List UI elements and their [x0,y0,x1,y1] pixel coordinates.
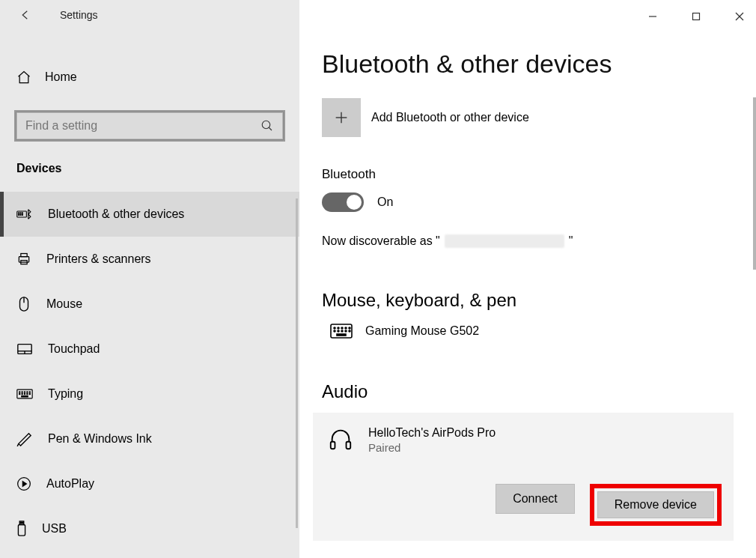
sidebar-item-label: AutoPlay [46,477,94,491]
home-icon [16,70,31,85]
main-scrollbar[interactable] [753,97,756,270]
mouse-icon [16,296,31,312]
sidebar-item-label: Pen & Windows Ink [48,432,152,446]
autoplay-icon [16,476,31,491]
svg-point-18 [22,392,22,392]
titlebar: Settings [0,0,299,30]
svg-point-4 [22,213,22,213]
sidebar-item-autoplay[interactable]: AutoPlay [0,461,299,506]
svg-point-22 [19,393,20,394]
audio-device-status: Paired [368,441,496,454]
pen-icon [16,431,33,446]
svg-point-42 [341,327,343,329]
home-nav[interactable]: Home [0,60,299,94]
svg-rect-27 [22,396,28,397]
sidebar-item-typing[interactable]: Typing [0,372,299,416]
connect-button[interactable]: Connect [496,484,575,514]
svg-rect-31 [20,522,21,523]
svg-point-3 [20,213,21,213]
window-title: Settings [60,9,98,21]
svg-point-40 [334,327,335,329]
sidebar-section-devices: Devices [16,162,299,175]
sidebar-item-printers[interactable]: Printers & scanners [0,237,299,282]
svg-point-26 [29,393,30,394]
remove-device-button[interactable]: Remove device [597,491,714,518]
audio-device-name: HelloTech's AirPods Pro [368,426,496,440]
svg-point-23 [22,393,22,394]
remove-device-highlight: Remove device [590,484,722,526]
usb-icon [16,521,27,537]
device-name-redacted [445,234,564,248]
sidebar-item-label: Bluetooth & other devices [48,207,184,221]
svg-rect-29 [18,525,25,536]
touchpad-icon [16,342,33,356]
svg-point-41 [338,327,339,329]
svg-rect-50 [337,334,346,336]
add-device-button[interactable]: Add Bluetooth or other device [322,98,756,137]
section-mouse-keyboard-pen: Mouse, keyboard, & pen [322,290,756,311]
sidebar-item-label: Touchpad [48,342,100,356]
sidebar-scrollbar[interactable] [296,198,298,528]
sidebar-item-touchpad[interactable]: Touchpad [0,327,299,372]
svg-point-25 [27,393,28,394]
maximize-button[interactable] [687,7,705,25]
sidebar-item-label: Printers & scanners [46,252,151,266]
svg-point-7 [22,214,22,215]
page-title: Bluetooth & other devices [322,49,756,79]
section-audio: Audio [322,381,756,402]
svg-rect-9 [21,254,27,257]
bluetooth-label: Bluetooth [322,167,756,182]
search-box[interactable] [15,111,284,141]
sidebar: Settings Home Devices [0,0,299,558]
sidebar-item-label: Mouse [46,297,82,311]
search-icon [260,119,274,133]
svg-rect-51 [331,442,335,449]
window-controls [644,7,749,25]
printer-icon [16,252,31,267]
svg-point-19 [24,392,25,392]
toggle-state-label: On [377,195,393,209]
svg-point-5 [19,214,19,215]
svg-point-0 [262,121,270,129]
svg-point-21 [29,392,30,392]
back-button[interactable] [16,6,34,24]
device-name: Gaming Mouse G502 [365,324,479,338]
device-row-mouse[interactable]: Gaming Mouse G502 [326,323,756,339]
main-content: Bluetooth & other devices Add Bluetooth … [299,0,756,558]
svg-point-47 [341,330,343,332]
close-button[interactable] [731,7,749,25]
svg-point-48 [345,330,347,332]
sidebar-item-label: USB [42,522,67,536]
sidebar-item-bluetooth-devices[interactable]: Bluetooth & other devices [0,192,299,237]
svg-rect-34 [693,13,700,20]
sidebar-item-mouse[interactable]: Mouse [0,282,299,327]
audio-device-card[interactable]: HelloTech's AirPods Pro Paired Connect R… [313,413,734,541]
svg-point-49 [349,330,350,332]
svg-point-2 [19,213,19,213]
search-input[interactable] [25,119,260,133]
svg-point-46 [338,330,339,332]
add-device-label: Add Bluetooth or other device [371,111,529,124]
sidebar-item-usb[interactable]: USB [0,506,299,551]
svg-point-6 [20,214,21,215]
svg-point-43 [345,327,347,329]
svg-point-20 [27,392,28,392]
sidebar-item-pen[interactable]: Pen & Windows Ink [0,416,299,461]
plus-icon [322,98,361,137]
svg-point-45 [334,330,335,332]
discoverable-suffix: " [569,234,573,248]
minimize-button[interactable] [644,7,662,25]
home-label: Home [45,70,77,84]
discoverable-text: Now discoverable as " " [322,234,756,248]
devices-icon [16,207,33,221]
svg-rect-32 [22,522,22,523]
svg-point-24 [24,393,25,394]
discoverable-prefix: Now discoverable as " [322,234,440,248]
sidebar-item-label: Typing [48,387,83,401]
svg-point-17 [19,392,20,392]
svg-point-44 [349,327,350,329]
bluetooth-toggle[interactable] [322,192,364,212]
headphones-icon [328,426,358,452]
sidebar-nav-list: Bluetooth & other devices Printers & sca… [0,192,299,551]
keyboard-device-icon [326,323,356,339]
